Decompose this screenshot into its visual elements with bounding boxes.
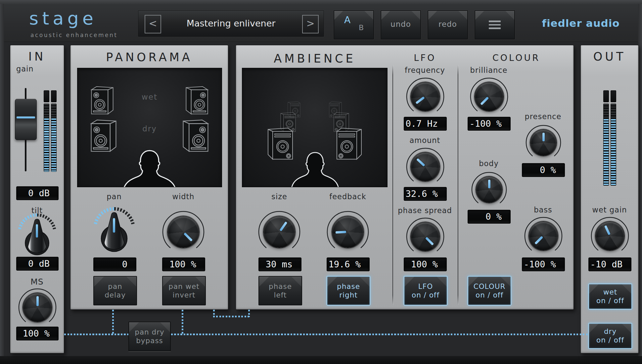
bass-value-display[interactable]: -100 %	[522, 257, 565, 271]
size-knob[interactable]	[263, 216, 295, 247]
panel-link-connector	[248, 310, 250, 317]
app-logo: stage	[29, 8, 97, 29]
menu-button[interactable]	[475, 10, 515, 39]
lfo-phase-spread-knob[interactable]	[411, 222, 439, 250]
pan-value-display[interactable]: 0	[93, 257, 136, 271]
pan-delay-label-2: delay	[105, 291, 126, 299]
ms-knob[interactable]	[23, 293, 51, 321]
listener-head-icon	[120, 146, 179, 187]
phase-right-label-2: right	[339, 291, 358, 299]
phase-right-label-1: phase	[337, 282, 360, 291]
preset-next-button[interactable]: >	[302, 15, 319, 33]
body-knob[interactable]	[476, 176, 502, 202]
tilt-knob[interactable]	[23, 218, 52, 256]
pan-wet-invert-label-1: pan wet	[168, 282, 200, 291]
feedback-value-display[interactable]: 19.6 %	[327, 257, 370, 271]
presence-value-display[interactable]: 0 %	[522, 163, 565, 177]
gain-fader-indicator	[17, 116, 35, 118]
wet-on-off-button[interactable]: wet on / off	[588, 284, 632, 309]
speaker-dry-right-icon	[180, 118, 211, 154]
lfo-frequency-knob[interactable]	[411, 82, 439, 111]
ab-compare-button[interactable]: A B	[334, 10, 374, 39]
preset-name[interactable]: Mastering enlivener	[161, 11, 300, 36]
lfo-amount-knob[interactable]	[411, 152, 439, 181]
pan-delay-label-1: pan	[108, 282, 122, 291]
pan-delay-connector	[112, 310, 114, 334]
dry-on-off-label-1: dry	[604, 327, 617, 336]
input-meter-peak-right	[51, 90, 57, 102]
speaker-wet-left-icon	[89, 85, 115, 116]
preset-prev-button[interactable]: <	[145, 15, 161, 33]
lfo-on-off-label-2: on / off	[412, 291, 439, 299]
pan-delay-button[interactable]: pan delay	[93, 276, 137, 305]
presence-knob[interactable]	[530, 129, 556, 155]
bass-label: bass	[520, 205, 566, 214]
undo-button[interactable]: undo	[381, 10, 421, 39]
panorama-panel: PANORAMA wet dry pan width 0 100 % pan d…	[70, 45, 228, 310]
feedback-knob[interactable]	[332, 216, 363, 247]
size-value-display[interactable]: 30 ms	[258, 257, 301, 271]
wet-gain-value-display[interactable]: -10 dB	[588, 257, 631, 271]
pan-dry-bypass-button[interactable]: pan dry bypass	[128, 322, 171, 351]
body-label: body	[466, 159, 512, 168]
out-panel: OUT wet gain -10 dB wet on / off dry on …	[580, 45, 639, 353]
gain-value-display[interactable]: 0 dB	[16, 186, 59, 200]
in-title: IN	[10, 50, 64, 63]
lfo-frequency-value-display[interactable]: 0.7 Hz	[404, 117, 447, 131]
ms-value-display[interactable]: 100 %	[16, 327, 59, 341]
bass-knob[interactable]	[529, 221, 557, 250]
redo-button[interactable]: redo	[428, 10, 468, 39]
pan-wet-invert-connector	[182, 310, 183, 334]
wet-gain-knob[interactable]	[595, 221, 624, 250]
panorama-title: PANORAMA	[70, 51, 228, 64]
gain-fader-handle[interactable]	[15, 99, 37, 140]
ab-b-label: B	[359, 24, 364, 31]
feedback-label: feedback	[325, 192, 371, 201]
lfo-frequency-label: frequency	[402, 66, 448, 74]
ambience-title: AMBIENCE	[265, 52, 364, 65]
colour-on-off-button[interactable]: COLOUR on / off	[468, 276, 511, 305]
wet-on-off-label-1: wet	[603, 288, 617, 296]
lfo-on-off-button[interactable]: LFO on / off	[404, 276, 447, 305]
pan-knob[interactable]	[98, 211, 130, 252]
pan-dry-bypass-label-2: bypass	[136, 337, 163, 345]
ambience-screen	[242, 68, 388, 187]
output-meter-left	[603, 104, 609, 186]
divider	[392, 65, 393, 305]
width-label: width	[160, 192, 206, 201]
brilliance-knob[interactable]	[475, 82, 503, 111]
phase-left-label-2: left	[274, 291, 287, 299]
tilt-value-display[interactable]: 0 dB	[16, 257, 59, 271]
preset-bar: < Mastering enlivener >	[138, 10, 324, 37]
out-title: OUT	[581, 50, 638, 63]
colour-on-off-label-2: on / off	[476, 291, 503, 299]
dry-on-off-button[interactable]: dry on / off	[588, 323, 632, 349]
speaker-wet-right-icon	[184, 85, 210, 116]
lfo-amount-label: amount	[402, 136, 448, 145]
next-arrow-icon: >	[306, 18, 314, 29]
width-value-display[interactable]: 100 %	[162, 257, 205, 271]
window-frame-left	[0, 0, 4, 364]
lfo-amount-value-display[interactable]: 32.6 %	[404, 187, 447, 201]
window-frame-top	[0, 0, 642, 4]
input-meter-peak-left	[44, 90, 49, 102]
wet-label: wet	[130, 93, 169, 101]
ab-a-label: A	[344, 16, 351, 25]
ms-label: MS	[14, 277, 60, 287]
width-knob[interactable]	[167, 216, 199, 247]
pan-wet-invert-button[interactable]: pan wet invert	[162, 276, 206, 305]
redo-label: redo	[438, 20, 457, 28]
output-meter-peak-right	[611, 90, 616, 102]
dry-on-off-label-2: on / off	[596, 336, 624, 344]
body-value-display[interactable]: 0 %	[468, 210, 511, 224]
listener-head-icon	[289, 147, 342, 187]
pan-dry-bypass-label-1: pan dry	[135, 328, 164, 337]
plugin-window: stage acoustic enhancement < Mastering e…	[0, 0, 642, 364]
input-meter-left	[44, 104, 49, 172]
phase-right-button[interactable]: phase right	[327, 276, 370, 305]
colour-title: COLOUR	[492, 53, 539, 63]
brilliance-value-display[interactable]: -100 %	[468, 117, 511, 131]
lfo-phase-spread-value-display[interactable]: 100 %	[404, 257, 447, 271]
pan-wet-invert-label-2: invert	[173, 291, 196, 299]
phase-left-button[interactable]: phase left	[258, 276, 302, 305]
